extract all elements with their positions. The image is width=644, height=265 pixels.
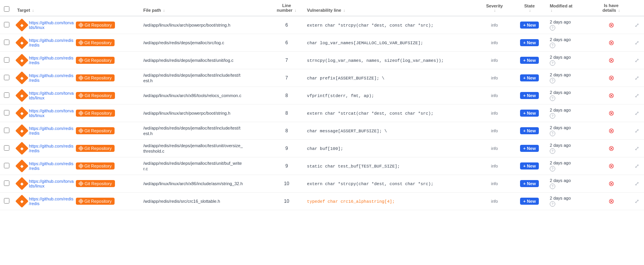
table-row: ◆ https://github.com/redis/redis Git Rep… (0, 52, 644, 69)
state-badge-button[interactable]: + New (520, 92, 539, 99)
state-badge-button[interactable]: + New (520, 57, 539, 64)
target-url-link[interactable]: https://github.com/redis/redis (29, 196, 74, 206)
details-x-icon[interactable]: ⊗ (608, 144, 614, 152)
target-url-link[interactable]: https://github.com/redis/redis (29, 38, 74, 47)
target-url-link[interactable]: https://github.com/redis/redis (29, 73, 74, 83)
details-x-icon[interactable]: ⊗ (608, 56, 614, 64)
expand-icon[interactable]: ⤢ (635, 145, 639, 151)
expand-icon[interactable]: ⤢ (635, 128, 639, 134)
expand-icon[interactable]: ⤢ (635, 57, 639, 63)
line-number-cell: 10 (270, 193, 303, 210)
row-checkbox[interactable] (4, 198, 9, 204)
state-badge-button[interactable]: + New (520, 162, 539, 169)
row-checkbox-cell (0, 69, 13, 87)
file-path-text: /wd/app/redis/redis/deps/jemalloc/src/lo… (144, 40, 224, 45)
help-icon[interactable]: ? (550, 60, 555, 66)
details-x-icon[interactable]: ⊗ (608, 74, 614, 82)
expand-icon[interactable]: ⤢ (635, 75, 639, 81)
table-row: ◆ https://github.com/torvalds/linux Git … (0, 16, 644, 34)
row-checkbox[interactable] (4, 22, 9, 27)
target-url-link[interactable]: https://github.com/torvalds/linux (29, 179, 74, 188)
select-all-checkbox[interactable] (4, 6, 9, 12)
table-header-row: Target ↓ File path ↓ Line number ↓ Vulne… (0, 0, 644, 16)
header-severity[interactable]: Severity ↓ (476, 0, 513, 16)
expand-icon[interactable]: ⤢ (635, 198, 639, 204)
state-badge-button[interactable]: + New (520, 39, 539, 46)
row-checkbox[interactable] (4, 145, 9, 151)
severity-badge: info (491, 111, 498, 115)
target-url-link[interactable]: https://github.com/torvalds/linux (29, 108, 74, 118)
target-url-link[interactable]: https://github.com/torvalds/linux (29, 91, 74, 100)
target-url-link[interactable]: https://github.com/torvalds/linux (29, 20, 74, 30)
file-path-cell: /wd/app/redis/redis/deps/jemalloc/test/i… (140, 69, 270, 87)
line-number-text: 6 (285, 22, 288, 28)
header-state[interactable]: State ↓ (513, 0, 546, 16)
row-checkbox[interactable] (4, 163, 9, 168)
row-checkbox[interactable] (4, 92, 9, 98)
line-number-text: 9 (285, 163, 288, 169)
target-url-link[interactable]: https://github.com/redis/redis (29, 126, 74, 135)
git-repo-badge: Git Repository (76, 162, 115, 169)
file-path-cell: /wd/app/linux/linux/arch/powerpc/boot/st… (140, 16, 270, 34)
target-url-link[interactable]: https://github.com/redis/redis (29, 161, 74, 171)
vuln-line-text: strncpy(log_var_names, names, sizeof(log… (307, 58, 444, 63)
expand-icon[interactable]: ⤢ (635, 180, 639, 187)
row-checkbox[interactable] (4, 180, 9, 186)
file-path-text: /wd/app/linux/linux/arch/powerpc/boot/st… (144, 111, 231, 115)
state-sort-arrow: ↓ (529, 8, 531, 13)
expand-cell: ⤢ (630, 157, 644, 175)
details-x-icon[interactable]: ⊗ (608, 197, 614, 205)
header-vuln-line[interactable]: Vulnerability line ↓ (303, 0, 476, 16)
help-icon[interactable]: ? (550, 131, 555, 136)
state-badge-button[interactable]: + New (520, 145, 539, 152)
modified-at-cell: 2 days ago ? (546, 105, 592, 122)
expand-icon[interactable]: ⤢ (635, 22, 639, 28)
help-icon[interactable]: ? (550, 166, 555, 171)
expand-icon[interactable]: ⤢ (635, 92, 639, 99)
help-icon[interactable]: ? (550, 113, 555, 119)
header-modified-at[interactable]: Modified at ↓ (546, 0, 592, 16)
state-badge-button[interactable]: + New (520, 180, 539, 187)
header-target[interactable]: Target ↓ (13, 0, 140, 16)
row-checkbox[interactable] (4, 75, 9, 80)
header-is-have-details[interactable]: Is have details ↓ (592, 0, 630, 16)
state-badge-button[interactable]: + New (520, 22, 539, 29)
details-x-icon[interactable]: ⊗ (608, 162, 614, 170)
state-badge-button[interactable]: + New (520, 198, 539, 205)
row-checkbox[interactable] (4, 57, 9, 63)
row-checkbox[interactable] (4, 110, 9, 115)
expand-icon[interactable]: ⤢ (635, 40, 639, 46)
help-icon[interactable]: ? (550, 25, 555, 31)
target-url-link[interactable]: https://github.com/redis/redis (29, 56, 74, 65)
expand-icon[interactable]: ⤢ (635, 163, 639, 169)
severity-badge: info (491, 199, 498, 204)
details-x-icon[interactable]: ⊗ (608, 180, 614, 187)
details-x-icon[interactable]: ⊗ (608, 39, 614, 47)
line-number-cell: 7 (270, 52, 303, 69)
details-x-icon[interactable]: ⊗ (608, 109, 614, 117)
target-url-link[interactable]: https://github.com/redis/redis (29, 144, 74, 153)
details-x-icon[interactable]: ⊗ (608, 127, 614, 135)
row-checkbox[interactable] (4, 128, 9, 133)
severity-cell: info (476, 34, 513, 52)
expand-icon[interactable]: ⤢ (635, 110, 639, 116)
vuln-line-text: typedef char crc16_alphastring[4]; (307, 199, 395, 204)
header-filepath[interactable]: File path ↓ (140, 0, 270, 16)
git-repo-badge: Git Repository (76, 110, 115, 117)
details-x-icon[interactable]: ⊗ (608, 92, 614, 99)
details-x-icon[interactable]: ⊗ (608, 21, 614, 29)
target-diamond-icon: ◆ (15, 159, 29, 173)
help-icon[interactable]: ? (550, 201, 555, 207)
help-icon[interactable]: ? (550, 184, 555, 189)
state-badge-button[interactable]: + New (520, 110, 539, 117)
target-diamond-icon: ◆ (15, 106, 29, 120)
state-badge-button[interactable]: + New (520, 74, 539, 81)
line-number-cell: 6 (270, 16, 303, 34)
help-icon[interactable]: ? (550, 43, 555, 48)
help-icon[interactable]: ? (550, 78, 555, 83)
row-checkbox[interactable] (4, 40, 9, 45)
state-badge-button[interactable]: + New (520, 127, 539, 134)
help-icon[interactable]: ? (550, 96, 555, 101)
header-line-number[interactable]: Line number ↓ (270, 0, 303, 16)
help-icon[interactable]: ? (550, 148, 555, 154)
